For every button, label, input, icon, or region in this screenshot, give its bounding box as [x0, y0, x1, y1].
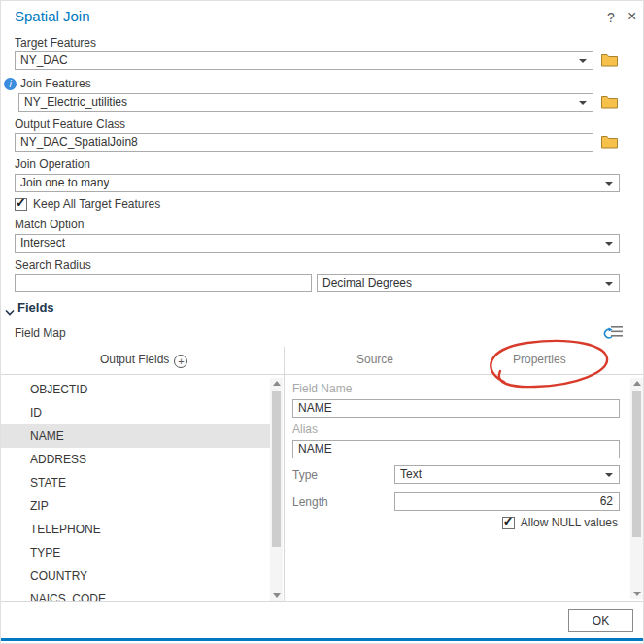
output-fields-header-label: Output Fields — [100, 353, 169, 366]
scrollbar-thumb[interactable] — [272, 391, 281, 547]
keep-all-target-features-label: Keep All Target Features — [33, 197, 160, 211]
target-features-combobox[interactable]: NY_DAC — [15, 51, 593, 70]
browse-folder-icon[interactable] — [601, 95, 618, 112]
check-icon: ✓ — [503, 514, 514, 528]
field-name-label: Field Name — [292, 382, 352, 395]
join-operation-label: Join Operation — [15, 157, 90, 171]
list-item[interactable]: TYPE — [1, 541, 270, 564]
allow-null-values-label: Allow NULL values — [521, 516, 618, 529]
length-value: 62 — [600, 493, 613, 510]
join-features-combobox[interactable]: NY_Electric_utilities — [18, 93, 593, 112]
check-icon: ✓ — [16, 195, 26, 210]
checkbox-box[interactable]: ✓ — [502, 517, 515, 529]
match-option-combobox[interactable]: Intersect — [15, 234, 620, 253]
join-operation-value: Join one to many — [20, 175, 109, 191]
panel-header-divider — [1, 374, 644, 375]
list-item[interactable]: STATE — [1, 471, 270, 494]
output-fields-header: Output Fields+ — [100, 353, 187, 368]
fields-section-header[interactable]: Fields — [17, 300, 54, 315]
list-item[interactable]: OBJECTID — [1, 378, 270, 401]
tab-properties[interactable]: Properties — [513, 353, 566, 366]
spatial-join-dialog: Spatial Join ? × Target Features NY_DAC … — [0, 0, 644, 644]
dialog-title: Spatial Join — [15, 8, 90, 24]
help-icon[interactable]: ? — [607, 10, 615, 25]
checkbox-box[interactable]: ✓ — [15, 198, 27, 211]
output-feature-class-value: NY_DAC_SpatialJoin8 — [20, 134, 138, 151]
target-features-value: NY_DAC — [20, 52, 68, 69]
list-item[interactable]: ADDRESS — [1, 448, 270, 471]
type-combobox[interactable]: Text — [394, 465, 620, 484]
ok-button[interactable]: OK — [568, 609, 633, 632]
length-input[interactable]: 62 — [394, 492, 620, 511]
output-feature-class-input[interactable]: NY_DAC_SpatialJoin8 — [15, 133, 593, 152]
alias-input[interactable]: NAME — [292, 440, 620, 458]
output-feature-class-label: Output Feature Class — [15, 118, 125, 131]
reset-field-map-icon[interactable] — [603, 324, 625, 344]
tab-source[interactable]: Source — [356, 353, 393, 366]
join-operation-combobox[interactable]: Join one to many — [15, 174, 620, 192]
length-label: Length — [292, 495, 328, 509]
browse-folder-icon[interactable] — [601, 135, 618, 152]
properties-scrollbar[interactable] — [630, 378, 643, 599]
search-radius-label: Search Radius — [15, 258, 91, 272]
scroll-down-icon[interactable] — [633, 592, 641, 596]
dialog-bottom-accent — [1, 638, 644, 641]
alias-value: NAME — [298, 441, 332, 458]
output-fields-scrollbar[interactable] — [270, 378, 283, 601]
list-item[interactable]: ID — [1, 401, 270, 424]
list-item-selected[interactable]: NAME — [1, 424, 270, 448]
list-item[interactable]: TELEPHONE — [1, 518, 270, 541]
browse-folder-icon[interactable] — [601, 53, 618, 70]
scroll-down-icon[interactable] — [273, 593, 281, 598]
scroll-up-icon[interactable] — [633, 381, 641, 386]
fields-section-collapse-icon[interactable] — [5, 305, 15, 319]
panel-bottom-divider — [1, 601, 644, 602]
allow-null-values-checkbox[interactable]: ✓ Allow NULL values — [502, 516, 618, 529]
info-icon: i — [4, 78, 17, 90]
type-value: Text — [400, 466, 422, 483]
field-map-label: Field Map — [15, 326, 66, 340]
match-option-value: Intersect — [20, 235, 65, 252]
output-fields-list: OBJECTID ID NAME ADDRESS STATE ZIP TELEP… — [1, 378, 284, 601]
scroll-up-icon[interactable] — [273, 381, 281, 386]
alias-label: Alias — [292, 423, 318, 436]
search-radius-input[interactable] — [15, 274, 312, 292]
target-features-label: Target Features — [15, 36, 96, 50]
field-name-input[interactable]: NAME — [292, 399, 620, 418]
add-field-icon[interactable]: + — [174, 355, 187, 368]
match-option-label: Match Option — [15, 218, 84, 231]
scrollbar-thumb[interactable] — [632, 391, 641, 537]
search-radius-unit-combobox[interactable]: Decimal Degrees — [317, 274, 620, 292]
close-icon[interactable]: × — [627, 8, 636, 25]
list-item[interactable]: NAICS_CODE — [1, 588, 270, 601]
join-features-label: Join Features — [20, 77, 91, 90]
keep-all-target-features-checkbox[interactable]: ✓ Keep All Target Features — [15, 197, 160, 211]
join-features-value: NY_Electric_utilities — [24, 94, 127, 111]
search-radius-unit-value: Decimal Degrees — [322, 275, 412, 291]
field-name-value: NAME — [298, 400, 332, 417]
list-item[interactable]: COUNTRY — [1, 564, 270, 588]
list-item[interactable]: ZIP — [1, 494, 270, 518]
panel-vertical-divider — [284, 347, 285, 601]
type-label: Type — [292, 468, 318, 482]
